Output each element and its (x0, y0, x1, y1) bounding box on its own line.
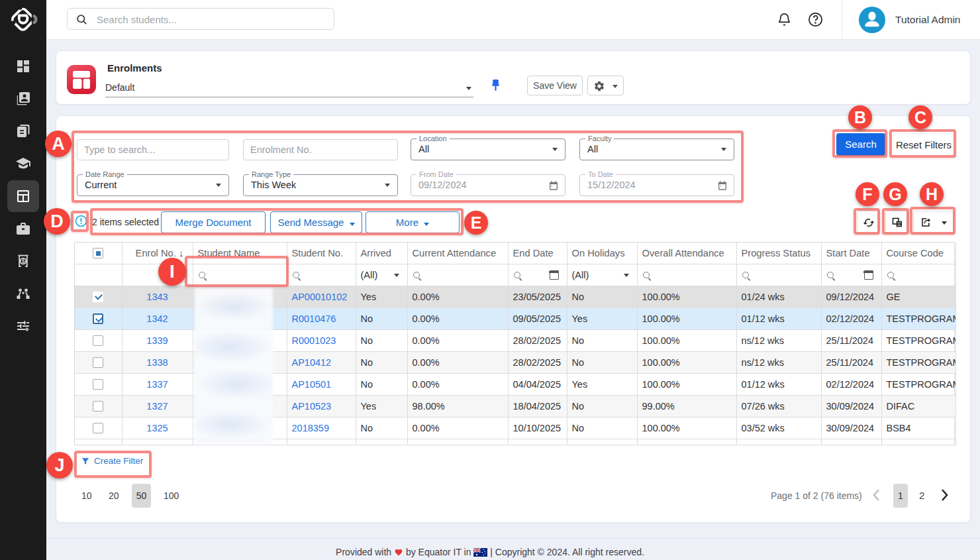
svg-text:$: $ (22, 258, 25, 264)
